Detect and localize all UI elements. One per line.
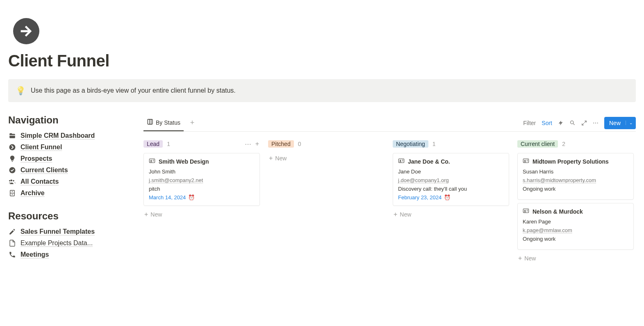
sidebar-item-prospects[interactable]: Prospects [8, 153, 127, 164]
board-area: By Status + Filter Sort ⋯ New ⌄ [143, 114, 636, 264]
nav-item-label: Simple CRM Dashboard [20, 132, 95, 139]
column-more-icon[interactable]: ⋯ [244, 139, 252, 149]
card-note: Discovery call: they'll call you [398, 186, 504, 192]
column-tag[interactable]: Negotiating [393, 140, 428, 148]
page-icon[interactable] [13, 18, 39, 44]
sidebar-item-simple-crm-dashboard[interactable]: Simple CRM Dashboard [8, 130, 127, 141]
svg-point-27 [524, 210, 526, 211]
nav-item-icon [8, 178, 16, 185]
card[interactable]: Midtown Property SolutionsSusan Harriss.… [517, 153, 634, 200]
nav-item-label: All Contacts [20, 178, 59, 185]
resources-heading: Resources [8, 210, 127, 222]
sidebar-item-meetings[interactable]: Meetings [8, 249, 127, 260]
sidebar-item-client-funnel[interactable]: Client Funnel [8, 141, 127, 153]
card-note: pitch [149, 186, 255, 192]
more-icon[interactable]: ⋯ [593, 120, 598, 126]
nav-item-icon [8, 189, 16, 197]
nav-item-label: Meetings [20, 251, 49, 258]
column-count: 1 [432, 141, 436, 147]
add-card-button[interactable]: +New [143, 209, 260, 220]
nav-item-icon [8, 155, 16, 162]
column-header: Current client2 [517, 139, 634, 149]
callout: 💡 Use this page as a birds-eye view of y… [8, 79, 636, 102]
nav-item-label: Current Clients [20, 166, 68, 174]
new-button: New ⌄ [604, 117, 636, 129]
column-header: Negotiating1 [393, 139, 509, 149]
sort-button[interactable]: Sort [542, 120, 552, 126]
sidebar-item-archive[interactable]: Archive [8, 187, 127, 199]
card[interactable]: Smith Web DesignJohn Smithj.smith@compan… [143, 153, 260, 206]
nav-item-label: Sales Funnel Templates [20, 228, 95, 235]
card[interactable]: Nelson & MurdockKaren Pagek.page@mmlaw.c… [517, 203, 634, 250]
column-tag[interactable]: Pitched [268, 140, 294, 148]
board-icon [147, 119, 153, 126]
svg-point-23 [524, 160, 526, 161]
column-pitched: Pitched0+New [268, 139, 385, 164]
column-count: 0 [298, 141, 301, 147]
new-button-label[interactable]: New [604, 120, 626, 126]
svg-rect-9 [148, 119, 152, 124]
card-email: s.harris@midtownproperty.com [523, 177, 628, 183]
column-current-client: Current client2Midtown Property Solution… [517, 139, 634, 264]
sidebar-item-current-clients[interactable]: Current Clients [8, 164, 127, 176]
automations-icon[interactable] [558, 120, 564, 126]
nav-item-label: Prospects [20, 155, 52, 162]
card-contact: Karen Page [523, 219, 628, 225]
add-card-button[interactable]: +New [517, 253, 634, 264]
plus-icon: + [518, 255, 522, 262]
card-email: j.smith@company2.net [149, 177, 255, 183]
callout-text: Use this page as a birds-eye view of you… [31, 87, 236, 94]
reminder-icon: ⏰ [444, 194, 451, 201]
nav-item-label: Client Funnel [20, 144, 62, 151]
board-columns: Lead1⋯+Smith Web DesignJohn Smithj.smith… [143, 139, 636, 264]
expand-icon[interactable] [581, 120, 587, 126]
navigation-heading: Navigation [8, 114, 127, 126]
svg-point-19 [400, 160, 401, 161]
tab-by-status[interactable]: By Status [143, 114, 184, 131]
nav-item-icon [8, 166, 16, 174]
contact-card-icon [523, 157, 529, 165]
column-header: Pitched0 [268, 139, 385, 149]
column-add-icon[interactable]: + [255, 139, 260, 149]
plus-icon: + [394, 211, 397, 218]
navigation-list: Simple CRM DashboardClient FunnelProspec… [8, 130, 127, 199]
nav-item-icon [8, 228, 16, 235]
search-icon[interactable] [569, 120, 576, 126]
sidebar-item-example-projects-data[interactable]: Example Projects Data... [8, 237, 127, 249]
tab-label: By Status [156, 119, 180, 126]
new-label: New [150, 211, 162, 218]
new-button-dropdown[interactable]: ⌄ [626, 121, 636, 125]
svg-point-12 [570, 121, 573, 124]
view-tabs: By Status + Filter Sort ⋯ New ⌄ [143, 114, 636, 132]
svg-point-4 [9, 180, 10, 181]
column-tag[interactable]: Current client [517, 140, 558, 148]
column-count: 1 [167, 141, 170, 147]
sidebar: Navigation Simple CRM DashboardClient Fu… [8, 114, 127, 260]
add-view-button[interactable]: + [188, 119, 197, 128]
nav-item-label: Example Projects Data... [20, 239, 93, 247]
column-count: 2 [562, 141, 565, 147]
card-date: March 14, 2024⏰ [149, 194, 255, 201]
card-title: Nelson & Murdock [532, 208, 583, 215]
nav-item-label: Archive [20, 189, 45, 197]
new-label: New [400, 211, 411, 218]
sidebar-item-sales-funnel-templates[interactable]: Sales Funnel Templates [8, 226, 127, 237]
svg-line-13 [573, 123, 574, 125]
column-lead: Lead1⋯+Smith Web DesignJohn Smithj.smith… [143, 139, 260, 220]
column-tag[interactable]: Lead [143, 140, 163, 148]
contact-card-icon [398, 157, 405, 165]
nav-item-icon [8, 132, 16, 139]
card-email: k.page@mmlaw.com [523, 227, 628, 233]
card-title: Smith Web Design [159, 158, 209, 165]
sidebar-item-all-contacts[interactable]: All Contacts [8, 176, 127, 187]
new-label: New [275, 155, 287, 162]
card[interactable]: Jane Doe & Co.Jane Doej.doe@company1.org… [393, 153, 509, 206]
arrow-right-circle-icon [18, 23, 34, 39]
add-card-button[interactable]: +New [268, 153, 385, 164]
page-title[interactable]: Client Funnel [8, 52, 636, 70]
add-card-button[interactable]: +New [393, 209, 509, 220]
card-title: Jane Doe & Co. [408, 158, 450, 165]
plus-icon: + [144, 211, 148, 218]
svg-point-15 [150, 160, 152, 161]
filter-button[interactable]: Filter [523, 120, 536, 126]
